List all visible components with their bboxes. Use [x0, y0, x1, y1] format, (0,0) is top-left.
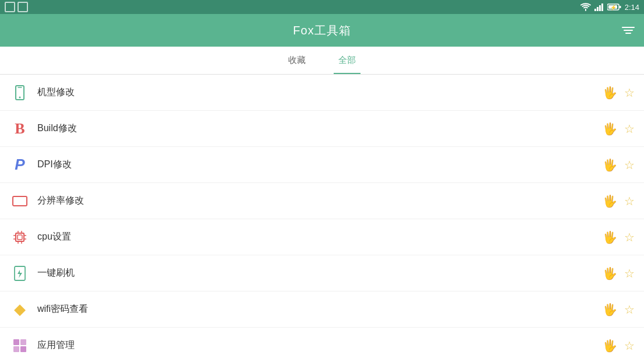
signal-icon: [594, 3, 604, 11]
resolution-modify-pin[interactable]: 🖐: [603, 194, 617, 208]
wifi-password-label: wifi密码查看: [37, 303, 603, 315]
dpi-modify-label: DPI修改: [37, 159, 603, 171]
list-item-app-management[interactable]: 应用管理 🖐 ☆: [0, 328, 644, 362]
wifi-password-pin[interactable]: 🖐: [603, 303, 617, 317]
filter-button[interactable]: [622, 27, 635, 34]
filter-line-3: [625, 33, 631, 34]
status-square-1: [5, 2, 15, 12]
svg-rect-3: [601, 3, 603, 11]
build-modify-pin[interactable]: 🖐: [603, 122, 617, 136]
resolution-modify-actions: 🖐 ☆: [603, 194, 635, 208]
one-click-flash-star[interactable]: ☆: [624, 266, 635, 280]
cpu-settings-star[interactable]: ☆: [624, 230, 635, 244]
svg-text:⚡: ⚡: [610, 4, 617, 11]
svg-rect-12: [16, 233, 24, 241]
svg-rect-11: [13, 196, 27, 206]
build-modify-label: Build修改: [37, 122, 603, 135]
list-item-one-click-flash[interactable]: 一键刷机 🖐 ☆: [0, 255, 644, 291]
device-model-pin[interactable]: 🖐: [603, 86, 617, 100]
cpu-settings-label: cpu设置: [37, 231, 603, 243]
device-model-label: 机型修改: [37, 86, 603, 99]
app-management-star[interactable]: ☆: [624, 339, 635, 353]
top-bar: Fox工具箱: [0, 14, 644, 47]
list-item-device-model[interactable]: 机型修改 🖐 ☆: [0, 75, 644, 111]
battery-icon: ⚡: [607, 3, 621, 11]
filter-line-1: [622, 27, 635, 28]
build-modify-star[interactable]: ☆: [624, 122, 635, 136]
wifi-icon: ◆: [9, 299, 30, 320]
cpu-settings-pin[interactable]: 🖐: [603, 230, 617, 244]
build-modify-actions: 🖐 ☆: [603, 122, 635, 136]
list-container: 机型修改 🖐 ☆ B Build修改 🖐 ☆ P DPI修改 🖐 ☆ 分辨率修改…: [0, 75, 644, 362]
device-model-star[interactable]: ☆: [624, 86, 635, 100]
one-click-flash-actions: 🖐 ☆: [603, 266, 635, 280]
tab-favorites[interactable]: 收藏: [284, 47, 310, 74]
dpi-modify-pin[interactable]: 🖐: [603, 158, 617, 172]
svg-rect-1: [597, 7, 598, 11]
dpi-icon: P: [9, 154, 30, 175]
list-item-dpi-modify[interactable]: P DPI修改 🖐 ☆: [0, 147, 644, 183]
phone-icon: [9, 82, 30, 103]
svg-rect-25: [20, 339, 26, 345]
list-item-cpu-settings[interactable]: cpu设置 🖐 ☆: [0, 219, 644, 255]
status-left: [5, 2, 28, 12]
svg-rect-6: [620, 6, 621, 8]
svg-rect-2: [599, 5, 601, 11]
list-item-build-modify[interactable]: B Build修改 🖐 ☆: [0, 111, 644, 147]
tab-bar: 收藏 全部: [0, 47, 644, 75]
app-management-pin[interactable]: 🖐: [603, 339, 617, 353]
svg-point-10: [19, 96, 21, 98]
one-click-flash-pin[interactable]: 🖐: [603, 266, 617, 280]
svg-rect-13: [18, 235, 22, 240]
app-management-label: 应用管理: [37, 339, 603, 352]
resolution-modify-star[interactable]: ☆: [624, 194, 635, 208]
svg-rect-27: [20, 346, 26, 352]
svg-rect-24: [13, 339, 19, 345]
status-time: 2:14: [625, 3, 639, 12]
filter-line-2: [624, 30, 633, 31]
resolution-icon: [9, 191, 30, 212]
build-icon: B: [9, 118, 30, 139]
resolution-modify-label: 分辨率修改: [37, 195, 603, 207]
status-square-2: [18, 2, 28, 12]
wifi-password-actions: 🖐 ☆: [603, 303, 635, 317]
svg-rect-0: [594, 9, 596, 11]
cpu-settings-actions: 🖐 ☆: [603, 230, 635, 244]
flash-icon: [9, 263, 30, 284]
wifi-status-icon: [580, 3, 591, 11]
device-model-actions: 🖐 ☆: [603, 86, 635, 100]
wifi-password-star[interactable]: ☆: [624, 303, 635, 317]
tab-all[interactable]: 全部: [334, 47, 360, 74]
app-management-actions: 🖐 ☆: [603, 339, 635, 353]
status-right: ⚡ 2:14: [580, 3, 639, 12]
svg-rect-26: [13, 346, 19, 352]
svg-marker-23: [18, 270, 22, 278]
dpi-modify-star[interactable]: ☆: [624, 158, 635, 172]
list-item-resolution-modify[interactable]: 分辨率修改 🖐 ☆: [0, 183, 644, 219]
list-item-wifi-password[interactable]: ◆ wifi密码查看 🖐 ☆: [0, 291, 644, 328]
status-bar: ⚡ 2:14: [0, 0, 644, 14]
cpu-icon: [9, 227, 30, 248]
app-title: Fox工具箱: [293, 23, 351, 38]
one-click-flash-label: 一键刷机: [37, 267, 603, 279]
dpi-modify-actions: 🖐 ☆: [603, 158, 635, 172]
apps-icon: [9, 335, 30, 356]
